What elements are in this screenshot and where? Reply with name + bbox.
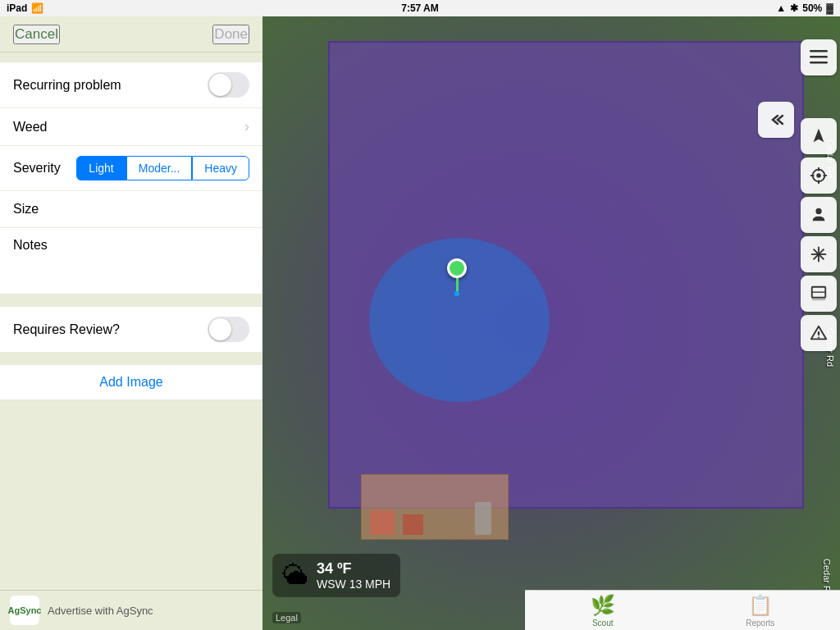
svg-rect-16	[812, 298, 826, 301]
severity-row: Severity Light Moder... Heavy	[0, 146, 262, 190]
size-row[interactable]: Size	[0, 191, 262, 227]
location-button[interactable]	[801, 158, 837, 194]
pin-head	[447, 258, 467, 278]
requires-review-toggle[interactable]	[208, 317, 249, 342]
farm-building-2	[403, 514, 423, 535]
weed-row[interactable]: Weed ›	[0, 108, 262, 145]
cancel-button[interactable]: Cancel	[13, 25, 60, 44]
reports-tab-label: Reports	[746, 619, 774, 628]
right-toolbar	[801, 39, 837, 351]
svg-marker-3	[814, 129, 824, 143]
menu-icon	[810, 50, 828, 65]
severity-moderate-button[interactable]: Moder...	[126, 156, 193, 180]
add-image-section: Add Image	[0, 365, 262, 400]
layers-button[interactable]	[801, 276, 837, 312]
alert-button[interactable]	[801, 315, 837, 351]
status-right: ▲ ✱ 50% ▓	[776, 2, 833, 14]
svg-rect-2	[810, 62, 828, 64]
notes-row[interactable]: Notes	[0, 228, 262, 294]
person-button[interactable]	[801, 197, 837, 233]
map-area[interactable]: Cedar Rd Cedar Rd Cedar Rd 🌥 34 ºF WSW 1…	[262, 16, 840, 630]
agsync-logo-text: AgSync	[8, 605, 42, 615]
recurring-problem-label: Recurring problem	[13, 78, 121, 93]
weather-temperature: 34 ºF	[317, 560, 390, 578]
severity-heavy-button[interactable]: Heavy	[192, 156, 249, 180]
navigate-icon	[810, 127, 828, 145]
weather-cloud-icon: 🌥	[282, 560, 308, 591]
bluetooth-icon: ✱	[790, 2, 798, 14]
toggle-thumb	[209, 74, 231, 96]
star-icon	[810, 245, 828, 263]
scout-tab-label: Scout	[592, 619, 614, 628]
svg-point-10	[815, 208, 821, 214]
status-bar: iPad 📶 7:57 AM ▲ ✱ 50% ▓	[0, 0, 840, 16]
person-icon	[810, 206, 828, 224]
size-label: Size	[13, 202, 39, 217]
tab-reports[interactable]: 📋 Reports	[729, 591, 791, 631]
legal-text[interactable]: Legal	[272, 612, 301, 623]
tab-bar: 🌿 Scout 📋 Reports	[525, 590, 840, 630]
agsync-advert-text: Advertise with AgSync	[48, 605, 153, 617]
severity-buttons: Light Moder... Heavy	[76, 156, 249, 180]
location-icon: ▲	[776, 2, 786, 14]
agsync-footer: AgSync Advertise with AgSync	[0, 590, 262, 630]
weather-info: 34 ºF WSW 13 MPH	[317, 560, 390, 591]
collapse-button[interactable]	[758, 102, 794, 138]
requires-review-row: Requires Review?	[0, 307, 262, 352]
recurring-problem-section: Recurring problem	[0, 62, 262, 107]
weed-arrow-icon: ›	[244, 118, 249, 135]
battery-label: 50%	[802, 2, 822, 14]
agsync-logo: AgSync	[10, 596, 39, 625]
status-time: 7:57 AM	[401, 2, 439, 14]
weather-wind: WSW 13 MPH	[317, 578, 390, 591]
navigate-button[interactable]	[801, 118, 837, 154]
status-left: iPad 📶	[7, 2, 43, 14]
requires-review-section: Requires Review?	[0, 307, 262, 352]
panel-header: Cancel Done	[0, 16, 262, 52]
size-section: Size	[0, 191, 262, 227]
layers-icon	[810, 285, 828, 303]
map-pin	[447, 258, 467, 296]
weather-widget: 🌥 34 ºF WSW 13 MPH	[272, 554, 400, 597]
farm-area	[361, 474, 509, 540]
notes-label: Notes	[13, 238, 48, 253]
weed-label: Weed	[13, 120, 48, 135]
svg-rect-1	[810, 56, 828, 58]
pin-dot	[454, 291, 459, 296]
weed-section: Weed ›	[0, 108, 262, 145]
menu-button[interactable]	[801, 39, 837, 75]
star-button[interactable]	[801, 236, 837, 272]
severity-section: Severity Light Moder... Heavy	[0, 146, 262, 190]
map-background: Cedar Rd Cedar Rd Cedar Rd	[262, 16, 840, 630]
requires-review-toggle-thumb	[209, 318, 231, 340]
alert-icon	[810, 324, 828, 342]
scout-icon: 🌿	[591, 594, 615, 617]
recurring-problem-toggle[interactable]	[208, 72, 249, 98]
notes-section: Notes	[0, 228, 262, 294]
add-image-button[interactable]: Add Image	[0, 365, 262, 400]
severity-light-button[interactable]: Light	[76, 156, 126, 180]
battery-icon: ▓	[826, 2, 833, 14]
done-button[interactable]: Done	[212, 25, 249, 44]
severity-label: Severity	[13, 161, 61, 176]
collapse-icon	[768, 112, 784, 128]
svg-rect-0	[810, 50, 828, 52]
location-icon	[810, 167, 828, 185]
farm-silo	[475, 502, 491, 535]
farm-building-1	[370, 510, 395, 535]
svg-point-5	[816, 173, 821, 178]
recurring-problem-row: Recurring problem	[0, 62, 262, 107]
reports-icon: 📋	[748, 594, 773, 617]
tab-scout[interactable]: 🌿 Scout	[574, 591, 632, 631]
device-label: iPad	[7, 2, 27, 14]
left-panel: Cancel Done Recurring problem Weed › Sev…	[0, 16, 262, 630]
pin-tail	[456, 278, 459, 291]
requires-review-label: Requires Review?	[13, 322, 120, 337]
wifi-icon: 📶	[31, 2, 43, 14]
svg-point-20	[818, 336, 819, 338]
